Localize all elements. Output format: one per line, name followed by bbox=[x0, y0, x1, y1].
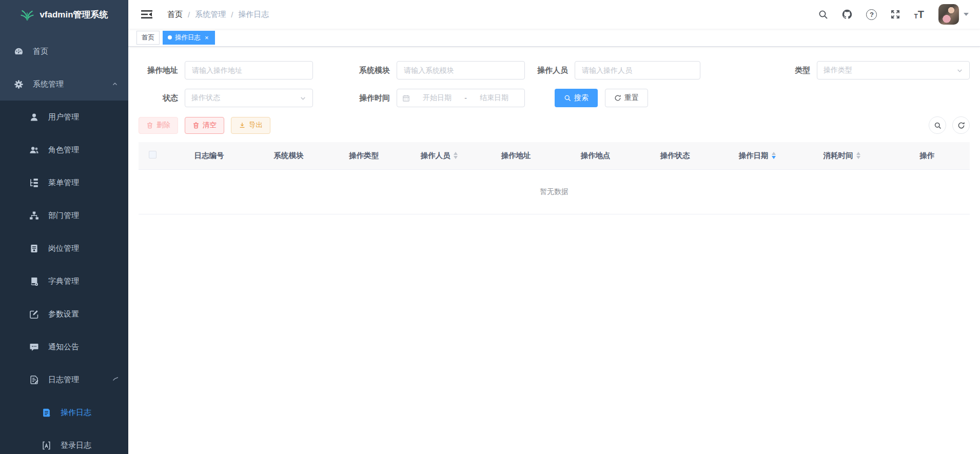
org-tree-icon bbox=[29, 210, 39, 221]
module-label: 系统模块 bbox=[313, 66, 397, 75]
col-system-module: 系统模块 bbox=[251, 142, 326, 169]
sidebar-item-label: 操作日志 bbox=[61, 408, 91, 418]
app-window: vfadmin管理系统 首页 bbox=[0, 0, 980, 454]
address-label: 操作地址 bbox=[139, 66, 185, 75]
select-all-checkbox[interactable] bbox=[149, 151, 156, 159]
toolbar-right bbox=[929, 116, 970, 134]
sidebar-item-parameters[interactable]: 参数设置 bbox=[0, 298, 128, 330]
module-input[interactable] bbox=[397, 61, 525, 80]
type-select[interactable]: 操作类型 bbox=[817, 61, 970, 80]
edit-icon bbox=[29, 309, 39, 319]
main-area: 首页 / 系统管理 / 操作日志 ? bbox=[128, 0, 980, 454]
sidebar-item-departments[interactable]: 部门管理 bbox=[0, 199, 128, 232]
sidebar-item-label: 通知公告 bbox=[48, 342, 79, 352]
filter-address: 操作地址 bbox=[139, 61, 313, 80]
sidebar-item-dictionaries[interactable]: 字典管理 bbox=[0, 265, 128, 298]
operation-log-table: 日志编号 系统模块 操作类型 操作人员 bbox=[139, 142, 970, 214]
time-label: 操作时间 bbox=[313, 93, 397, 103]
tab-home[interactable]: 首页 bbox=[136, 31, 160, 45]
date-range-picker[interactable]: 开始日期 - 结束日期 bbox=[397, 89, 525, 107]
address-input[interactable] bbox=[185, 61, 313, 80]
col-log-id: 日志编号 bbox=[167, 142, 251, 169]
status-label: 状态 bbox=[139, 93, 185, 103]
github-icon[interactable] bbox=[841, 9, 853, 20]
app-logo[interactable]: vfadmin管理系统 bbox=[0, 0, 128, 29]
avatar[interactable] bbox=[938, 4, 959, 25]
filter-row-1: 操作地址 系统模块 操作人员 类型 操作类型 bbox=[139, 61, 970, 80]
status-select[interactable]: 操作状态 bbox=[185, 89, 313, 107]
empty-row: 暂无数据 bbox=[139, 169, 970, 214]
col-cost-time-sortable[interactable]: 消耗时间 bbox=[799, 142, 884, 169]
breadcrumb-home[interactable]: 首页 bbox=[167, 10, 183, 19]
toggle-search-button[interactable] bbox=[929, 116, 946, 134]
refresh-icon bbox=[614, 94, 621, 102]
search-icon bbox=[564, 94, 571, 102]
sidebar-collapse-icon[interactable] bbox=[135, 6, 158, 23]
sidebar-item-operation-log[interactable]: 操作日志 bbox=[0, 396, 128, 429]
sort-carets-icon[interactable] bbox=[454, 152, 458, 159]
col-operation-status: 操作状态 bbox=[635, 142, 715, 169]
fullscreen-icon[interactable] bbox=[890, 9, 900, 19]
sidebar-item-system[interactable]: 系统管理 bbox=[0, 68, 128, 101]
user-menu[interactable] bbox=[938, 4, 969, 25]
help-icon[interactable]: ? bbox=[866, 9, 877, 20]
message-icon bbox=[29, 342, 39, 352]
sidebar-item-logs[interactable]: 日志管理 bbox=[0, 363, 128, 396]
filter-time: 操作时间 开始日期 - 结束日期 bbox=[313, 89, 525, 107]
sort-carets-icon-desc-active[interactable] bbox=[772, 152, 776, 159]
peoples-icon bbox=[29, 145, 39, 155]
breadcrumb-current: 操作日志 bbox=[238, 10, 269, 19]
filter-module: 系统模块 bbox=[313, 61, 525, 80]
sidebar-item-home[interactable]: 首页 bbox=[0, 35, 128, 68]
operator-input[interactable] bbox=[575, 61, 700, 80]
clean-button[interactable]: 清空 bbox=[185, 117, 224, 134]
trash-icon bbox=[192, 122, 200, 129]
tab-operation-log[interactable]: 操作日志 × bbox=[163, 31, 215, 45]
sidebar-item-label: 首页 bbox=[33, 47, 48, 56]
breadcrumb-system: 系统管理 bbox=[195, 10, 226, 19]
table-toolbar: 删除 清空 bbox=[139, 116, 970, 134]
sidebar-item-label: 用户管理 bbox=[48, 112, 79, 122]
delete-button[interactable]: 删除 bbox=[139, 117, 178, 134]
sidebar-item-users[interactable]: 用户管理 bbox=[0, 101, 128, 133]
sidebar-item-notices[interactable]: 通知公告 bbox=[0, 330, 128, 363]
empty-text: 暂无数据 bbox=[139, 169, 970, 214]
date-separator: - bbox=[464, 94, 467, 102]
col-operation-date-sortable[interactable]: 操作日期 bbox=[715, 142, 799, 169]
filter-operator: 操作人员 bbox=[525, 61, 700, 80]
close-icon[interactable]: × bbox=[204, 34, 210, 42]
sidebar-item-posts[interactable]: 岗位管理 bbox=[0, 232, 128, 265]
download-icon bbox=[239, 122, 246, 129]
gear-icon bbox=[13, 79, 24, 89]
sidebar-item-menus[interactable]: 菜单管理 bbox=[0, 166, 128, 199]
chevron-down-icon bbox=[956, 67, 963, 74]
form-icon bbox=[41, 407, 51, 418]
chevron-up-icon bbox=[112, 81, 118, 87]
top-navbar: 首页 / 系统管理 / 操作日志 ? bbox=[128, 0, 980, 29]
export-button[interactable]: 导出 bbox=[231, 117, 270, 134]
sidebar-item-login-log[interactable]: 登录日志 bbox=[0, 429, 128, 454]
breadcrumb: 首页 / 系统管理 / 操作日志 bbox=[167, 10, 269, 19]
reset-button[interactable]: 重置 bbox=[605, 89, 648, 107]
sidebar-item-label: 岗位管理 bbox=[48, 244, 79, 253]
sidebar-submenu-system: 用户管理 角色管理 bbox=[0, 101, 128, 454]
navbar-actions: ? TT bbox=[818, 4, 969, 25]
refresh-table-button[interactable] bbox=[952, 116, 970, 134]
sidebar-item-roles[interactable]: 角色管理 bbox=[0, 133, 128, 166]
active-dot bbox=[168, 35, 172, 40]
chevron-down-icon bbox=[300, 95, 306, 102]
sidebar-item-label: 系统管理 bbox=[33, 80, 64, 89]
font-size-icon[interactable]: TT bbox=[914, 9, 924, 19]
col-operator-sortable[interactable]: 操作人员 bbox=[402, 142, 476, 169]
plant-logo-icon bbox=[20, 7, 34, 22]
tags-view: 首页 操作日志 × bbox=[128, 29, 980, 47]
start-date-placeholder: 开始日期 bbox=[412, 93, 462, 103]
filter-row-2: 状态 操作状态 操作时间 bbox=[139, 89, 970, 107]
search-icon[interactable] bbox=[818, 9, 828, 19]
col-actions: 操作 bbox=[884, 142, 970, 169]
sidebar-menu: 首页 系统管理 bbox=[0, 29, 128, 454]
sort-carets-icon[interactable] bbox=[856, 152, 860, 159]
breadcrumb-separator: / bbox=[188, 10, 190, 19]
login-log-icon bbox=[41, 440, 51, 450]
search-button[interactable]: 搜索 bbox=[555, 89, 598, 107]
